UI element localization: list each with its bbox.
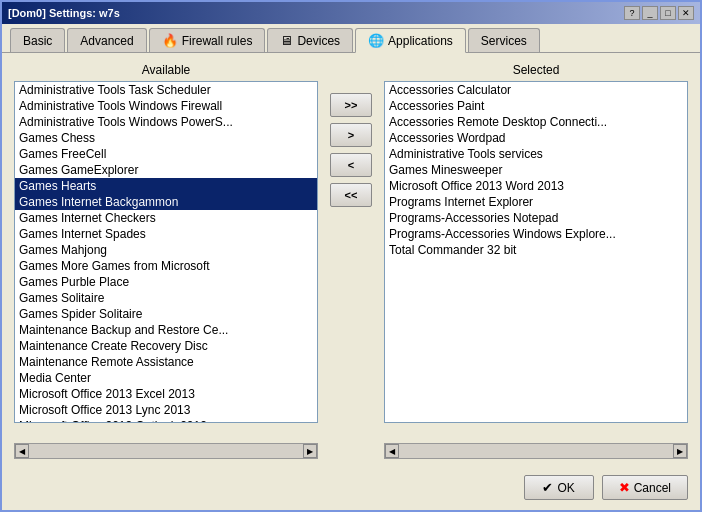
tab-firewall-rules[interactable]: 🔥 Firewall rules (149, 28, 266, 52)
cancel-icon: ✖ (619, 480, 630, 495)
scrollbar-gap (326, 443, 376, 459)
tab-services-label: Services (481, 34, 527, 48)
cancel-button[interactable]: ✖ Cancel (602, 475, 688, 500)
close-button[interactable]: ✕ (678, 6, 694, 20)
tab-applications-label: Applications (388, 34, 453, 48)
devices-icon: 🖥 (280, 33, 293, 48)
selected-list-item[interactable]: Accessories Remote Desktop Connecti... (385, 114, 687, 130)
selected-list-item[interactable]: Microsoft Office 2013 Word 2013 (385, 178, 687, 194)
available-list-item[interactable]: Games Purble Place (15, 274, 317, 290)
selected-list-item[interactable]: Administrative Tools services (385, 146, 687, 162)
available-list-item[interactable]: Games Spider Solitaire (15, 306, 317, 322)
tab-devices-label: Devices (297, 34, 340, 48)
available-list-item[interactable]: Games GameExplorer (15, 162, 317, 178)
selected-scroll-right-arrow[interactable]: ▶ (673, 444, 687, 458)
selected-list-item[interactable]: Games Minesweeper (385, 162, 687, 178)
title-bar: [Dom0] Settings: w7s ? _ □ ✕ (2, 2, 700, 24)
available-list-item[interactable]: Administrative Tools Windows Firewall (15, 98, 317, 114)
available-panel: Available Administrative Tools Task Sche… (14, 63, 318, 423)
available-list-item[interactable]: Media Center (15, 370, 317, 386)
firewall-icon: 🔥 (162, 33, 178, 48)
selected-list-item[interactable]: Accessories Paint (385, 98, 687, 114)
tab-applications[interactable]: 🌐 Applications (355, 28, 466, 53)
available-list-item[interactable]: Maintenance Remote Assistance (15, 354, 317, 370)
selected-list-item[interactable]: Total Commander 32 bit (385, 242, 687, 258)
tabs-bar: Basic Advanced 🔥 Firewall rules 🖥 Device… (2, 24, 700, 53)
available-scroll-right-arrow[interactable]: ▶ (303, 444, 317, 458)
selected-list-item[interactable]: Programs-Accessories Windows Explore... (385, 226, 687, 242)
applications-icon: 🌐 (368, 33, 384, 48)
tab-services[interactable]: Services (468, 28, 540, 52)
available-list-item[interactable]: Games Hearts (15, 178, 317, 194)
tab-basic[interactable]: Basic (10, 28, 65, 52)
available-list-item[interactable]: Games Chess (15, 130, 317, 146)
available-label: Available (14, 63, 318, 77)
selected-list-item[interactable]: Programs Internet Explorer (385, 194, 687, 210)
available-list-item[interactable]: Games Internet Checkers (15, 210, 317, 226)
available-list-item[interactable]: Maintenance Create Recovery Disc (15, 338, 317, 354)
content-area: Available Administrative Tools Task Sche… (2, 53, 700, 469)
selected-list-item[interactable]: Accessories Calculator (385, 82, 687, 98)
title-buttons: ? _ □ ✕ (624, 6, 694, 20)
selected-list-item[interactable]: Programs-Accessories Notepad (385, 210, 687, 226)
move-left-button[interactable]: < (330, 153, 372, 177)
selected-hscroll[interactable]: ◀ ▶ (384, 443, 688, 459)
main-window: [Dom0] Settings: w7s ? _ □ ✕ Basic Advan… (0, 0, 702, 512)
maximize-button[interactable]: □ (660, 6, 676, 20)
selected-list[interactable]: Accessories CalculatorAccessories PaintA… (384, 81, 688, 423)
ok-icon: ✔ (542, 480, 553, 495)
move-all-right-button[interactable]: >> (330, 93, 372, 117)
ok-button[interactable]: ✔ OK (524, 475, 594, 500)
selected-list-item[interactable]: Accessories Wordpad (385, 130, 687, 146)
lists-row: Available Administrative Tools Task Sche… (14, 63, 688, 435)
tab-basic-label: Basic (23, 34, 52, 48)
footer: ✔ OK ✖ Cancel (2, 469, 700, 510)
available-list-item[interactable]: Maintenance Backup and Restore Ce... (15, 322, 317, 338)
cancel-label: Cancel (634, 481, 671, 495)
available-scroll-left-arrow[interactable]: ◀ (15, 444, 29, 458)
available-list[interactable]: Administrative Tools Task SchedulerAdmin… (14, 81, 318, 423)
tab-advanced-label: Advanced (80, 34, 133, 48)
available-list-item[interactable]: Microsoft Office 2013 Lync 2013 (15, 402, 317, 418)
available-list-item[interactable]: Administrative Tools Task Scheduler (15, 82, 317, 98)
selected-panel: Selected Accessories CalculatorAccessori… (384, 63, 688, 423)
available-list-item[interactable]: Games Internet Backgammon (15, 194, 317, 210)
available-list-item[interactable]: Games FreeCell (15, 146, 317, 162)
transfer-buttons: >> > < << (326, 63, 376, 207)
scrollbar-row: ◀ ▶ ◀ ▶ (14, 443, 688, 459)
window-title: [Dom0] Settings: w7s (8, 7, 120, 19)
available-hscroll[interactable]: ◀ ▶ (14, 443, 318, 459)
help-button[interactable]: ? (624, 6, 640, 20)
selected-scroll-left-arrow[interactable]: ◀ (385, 444, 399, 458)
tab-devices[interactable]: 🖥 Devices (267, 28, 353, 52)
ok-label: OK (557, 481, 574, 495)
available-list-item[interactable]: Games Internet Spades (15, 226, 317, 242)
available-list-item[interactable]: Microsoft Office 2013 Excel 2013 (15, 386, 317, 402)
minimize-button[interactable]: _ (642, 6, 658, 20)
available-list-item[interactable]: Games Solitaire (15, 290, 317, 306)
tab-advanced[interactable]: Advanced (67, 28, 146, 52)
available-list-item[interactable]: Games Mahjong (15, 242, 317, 258)
available-list-item[interactable]: Microsoft Office 2013 Outlook 2013 (15, 418, 317, 423)
selected-label: Selected (384, 63, 688, 77)
move-all-left-button[interactable]: << (330, 183, 372, 207)
move-right-button[interactable]: > (330, 123, 372, 147)
available-list-item[interactable]: Administrative Tools Windows PowerS... (15, 114, 317, 130)
available-list-item[interactable]: Games More Games from Microsoft (15, 258, 317, 274)
tab-firewall-label: Firewall rules (182, 34, 253, 48)
